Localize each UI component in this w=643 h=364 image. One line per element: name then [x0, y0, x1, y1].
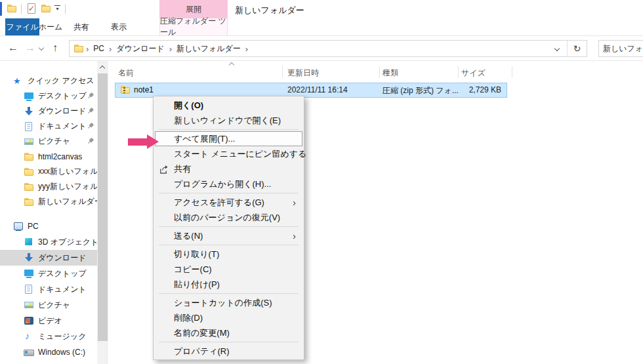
toolbar-divider [21, 4, 22, 14]
sidebar-item-pictures[interactable]: ピクチャ [0, 134, 97, 149]
breadcrumb-downloads[interactable]: ダウンロード [114, 43, 167, 54]
sidebar-item-desktop[interactable]: デスクトップ [0, 89, 97, 104]
menu-item-extract-all[interactable]: すべて展開(T)... [155, 131, 302, 146]
tab-share[interactable]: 共有 [67, 18, 96, 35]
column-header-name[interactable]: 名前 [118, 68, 134, 79]
folder-icon [24, 152, 34, 162]
menu-item-pin-to-start[interactable]: スタート メニューにピン留めする [154, 146, 304, 161]
sidebar-item-3d-objects[interactable]: 3D オブジェクト [0, 234, 97, 250]
title-bar: ✓ ▾ 展開 新しいフォルダー [0, 0, 643, 18]
column-header-modified[interactable]: 更新日時 [287, 68, 319, 79]
pictures-icon [24, 300, 34, 310]
sidebar-item-documents-pc[interactable]: ドキュメント [0, 281, 97, 297]
menu-item-properties[interactable]: プロパティ(R) [154, 344, 304, 359]
menu-separator [159, 342, 299, 342]
menu-item-send-to[interactable]: 送る(N)› [154, 228, 304, 243]
menu-item-open-with[interactable]: プログラムから開く(H)... [154, 176, 304, 192]
menu-item-share[interactable]: 共有 [154, 161, 304, 176]
back-button[interactable]: ← [8, 40, 18, 56]
menu-separator [159, 193, 299, 193]
breadcrumb-separator[interactable]: › [84, 44, 91, 54]
pc-icon [13, 221, 24, 232]
window-icon [0, 2, 2, 16]
explorer-window: ✓ ▾ 展開 新しいフォルダー ファイル ホーム 共有 表示 圧縮フォルダー ツ… [0, 0, 643, 364]
address-dropdown-button[interactable] [547, 41, 567, 56]
breadcrumb-separator[interactable]: › [243, 44, 250, 54]
menu-item-paste[interactable]: 貼り付け(P) [154, 277, 304, 292]
breadcrumb-new-folder[interactable]: 新しいフォルダー [174, 43, 243, 54]
menu-item-delete[interactable]: 削除(D) [154, 310, 304, 325]
tab-compressed-folder-tools[interactable]: 圧縮フォルダー ツール [159, 18, 228, 35]
scroll-up-icon[interactable] [100, 66, 105, 71]
drive-icon [24, 347, 34, 357]
sidebar-item-downloads[interactable]: ダウンロード [0, 104, 97, 119]
tab-file[interactable]: ファイル [5, 18, 39, 35]
sidebar-item-documents[interactable]: ドキュメント [0, 119, 97, 134]
breadcrumb[interactable]: › PC › ダウンロード › 新しいフォルダー › ↻ [69, 40, 587, 57]
desktop-icon [24, 91, 34, 102]
submenu-arrow-icon: › [293, 195, 296, 210]
menu-separator [159, 226, 299, 227]
desktop-icon [24, 268, 34, 279]
menu-item-rename[interactable]: 名前の変更(M) [154, 325, 304, 340]
videos-icon [24, 315, 34, 326]
documents-icon [24, 121, 34, 132]
sidebar-item-html2canvas[interactable]: html2canvas [0, 149, 97, 164]
column-divider[interactable] [282, 66, 283, 78]
sidebar-item-pictures-pc[interactable]: ピクチャ [0, 297, 97, 313]
new-folder-button[interactable] [41, 3, 51, 14]
address-bar-controls: ↻ [547, 41, 587, 56]
up-button[interactable]: ↑ [52, 40, 58, 56]
folder-icon [73, 43, 84, 54]
breadcrumb-separator[interactable]: › [167, 44, 174, 54]
file-name: note1 [134, 85, 154, 94]
pin-icon [85, 106, 96, 117]
pin-icon [85, 121, 96, 132]
scrollbar-thumb[interactable] [98, 73, 108, 341]
file-size: 2,729 KB [469, 85, 501, 94]
sidebar-item-quick-access[interactable]: ★ クイック アクセス [0, 73, 97, 89]
sidebar-item-xxx-new-folder[interactable]: xxx新しいフォルダー [0, 164, 97, 179]
column-header-type[interactable]: 種類 [383, 68, 398, 79]
column-header-size[interactable]: サイズ [461, 68, 486, 79]
sort-ascending-icon [229, 62, 234, 68]
sidebar-item-new-folder[interactable]: 新しいフォルダー [0, 194, 97, 209]
sidebar-item-videos[interactable]: ビデオ [0, 313, 97, 329]
recent-locations-dropdown[interactable] [39, 45, 44, 51]
folder-icon[interactable] [7, 3, 17, 14]
folder-icon [24, 182, 34, 192]
menu-item-cut[interactable]: 切り取り(T) [154, 247, 304, 262]
menu-item-open[interactable]: 開く(O) [154, 98, 304, 113]
sidebar-scrollbar[interactable] [97, 61, 108, 364]
customize-toolbar-dropdown[interactable]: ▾ [54, 5, 60, 12]
download-icon [24, 106, 34, 117]
column-divider[interactable] [458, 66, 459, 78]
sidebar-item-desktop-pc[interactable]: デスクトップ [0, 266, 97, 281]
menu-separator [159, 245, 299, 245]
search-input[interactable] [599, 41, 643, 56]
menu-item-copy[interactable]: コピー(C) [154, 262, 304, 277]
file-type: 圧縮 (zip 形式) フォ... [383, 85, 460, 96]
refresh-button[interactable]: ↻ [568, 43, 587, 54]
search-box[interactable] [598, 40, 643, 57]
column-divider[interactable] [379, 66, 380, 78]
sidebar-item-music[interactable]: ♪ ミュージック [0, 329, 97, 344]
menu-item-open-new-window[interactable]: 新しいウィンドウで開く(E) [154, 113, 304, 128]
sidebar-item-downloads-pc[interactable]: ダウンロード [0, 250, 97, 266]
pin-icon [85, 91, 96, 102]
tab-home[interactable]: ホーム [36, 18, 65, 35]
menu-item-restore-previous-versions[interactable]: 以前のバージョンの復元(V) [154, 210, 304, 225]
menu-item-create-shortcut[interactable]: ショートカットの作成(S) [154, 295, 304, 310]
properties-button[interactable]: ✓ [26, 3, 37, 14]
breadcrumb-pc[interactable]: PC [91, 44, 107, 53]
sidebar-item-windows-c[interactable]: Windows (C:) [0, 344, 97, 360]
sidebar-item-pc[interactable]: PC [0, 218, 97, 234]
music-icon: ♪ [24, 331, 34, 342]
menu-item-give-access[interactable]: アクセスを許可する(G)› [154, 195, 304, 210]
context-menu: 開く(O) 新しいウィンドウで開く(E) すべて展開(T)... スタート メニ… [153, 96, 304, 360]
sidebar-item-yyy-new-folder[interactable]: yyy新しいフォルダー [0, 179, 97, 194]
column-divider[interactable] [512, 66, 512, 78]
tab-view[interactable]: 表示 [104, 18, 133, 35]
breadcrumb-separator[interactable]: › [107, 44, 114, 54]
forward-button[interactable]: → [25, 40, 35, 56]
